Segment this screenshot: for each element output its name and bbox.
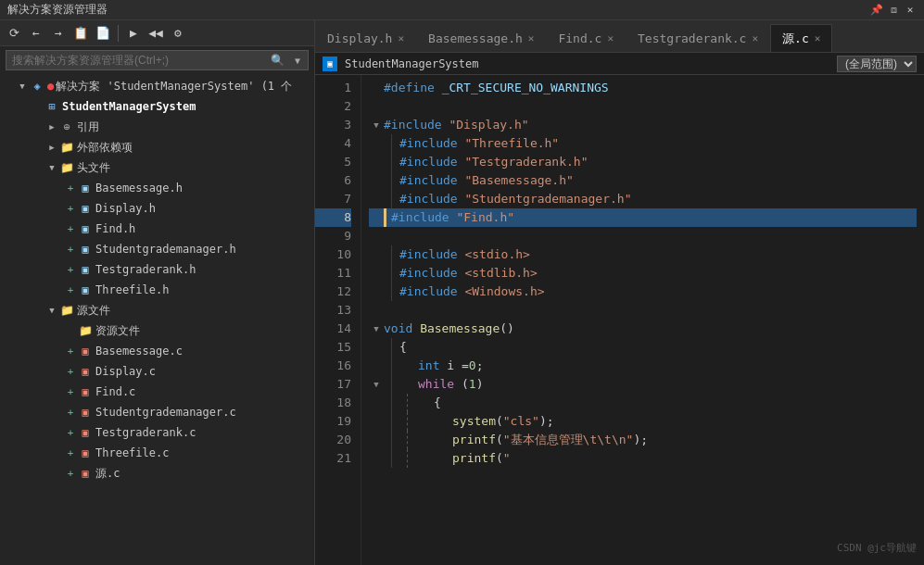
tree-item-display-h[interactable]: + ▣ Display.h: [0, 198, 314, 219]
code-line-13: [369, 301, 917, 320]
external-icon: 📁: [59, 140, 74, 155]
code-line-19: system("cls");: [369, 412, 917, 431]
editor-area: Display.h ✕ Basemessage.h ✕ Find.c ✕ Tes…: [315, 20, 924, 565]
tree-item-display-c[interactable]: + ▣ Display.c: [0, 361, 314, 382]
sgmh-label: Studentgrademanager.h: [95, 243, 236, 256]
tab-testgraderank-c[interactable]: Testgraderank.c ✕: [626, 24, 770, 52]
tab-main-c[interactable]: 源.c ✕: [770, 24, 832, 52]
tab-main-c-close[interactable]: ✕: [815, 32, 821, 44]
tab-display-h[interactable]: Display.h ✕: [315, 24, 416, 52]
th-label: Threefile.h: [95, 283, 169, 296]
code-line-7: #include "Studentgrademanager.h": [369, 190, 917, 208]
sidebar: ⟳ ← → 📋 📄 ▶ ◀◀ ⚙ 🔍 ▼ ▼ ◈ ● 解决方案 'Student…: [0, 20, 315, 565]
nav-scope-dropdown[interactable]: (全局范围): [837, 56, 917, 72]
tab-testgraderank-c-close[interactable]: ✕: [752, 32, 758, 44]
back-button[interactable]: ←: [26, 23, 46, 44]
code-line-14: ▼ void Basemessage(): [369, 320, 917, 338]
code-line-15: {: [369, 338, 917, 357]
headers-arrow: ▼: [44, 160, 59, 175]
fold-8: [369, 210, 384, 225]
close-title-button[interactable]: ✕: [904, 4, 917, 17]
solution-label: ●: [47, 80, 54, 93]
fold-16: [369, 358, 384, 373]
tree-item-refs[interactable]: ▶ ⊕ 引用: [0, 117, 314, 137]
project-label: StudentManagerSystem: [62, 100, 196, 113]
forward-button[interactable]: →: [48, 23, 69, 44]
run-button[interactable]: ▶: [123, 23, 144, 44]
external-label: 外部依赖项: [77, 140, 133, 156]
code-line-21: printf(": [369, 449, 917, 468]
headers-label: 头文件: [77, 160, 110, 176]
bh-arrow: +: [63, 181, 78, 195]
sgmc-icon: ▣: [78, 405, 93, 420]
tree-item-basemessage-h[interactable]: + ▣ Basemessage.h: [0, 178, 314, 198]
sync-button[interactable]: ⟳: [4, 23, 24, 44]
code-content[interactable]: #define _CRT_SECURE_NO_WARNINGS ▼ #inclu…: [361, 75, 924, 565]
th-arrow: +: [63, 282, 78, 297]
nav-button[interactable]: ◀◀: [146, 23, 166, 44]
file-button[interactable]: 📄: [93, 23, 113, 44]
tree-item-three-c[interactable]: + ▣ Threefile.c: [0, 443, 314, 463]
tree-item-tgr-h[interactable]: + ▣ Testgraderank.h: [0, 259, 314, 280]
fold-11: [369, 266, 384, 281]
fold-4: [369, 136, 384, 151]
tree-item-sources[interactable]: ▼ 📁 源文件: [0, 300, 314, 320]
tree-item-solution[interactable]: ▼ ◈ ● 解决方案 'StudentManagerSystem' (1 个: [0, 76, 314, 96]
tree-item-headers[interactable]: ▼ 📁 头文件: [0, 157, 314, 178]
tree-item-main-c[interactable]: + ▣ 源.c: [0, 463, 314, 483]
tab-find-c[interactable]: Find.c ✕: [546, 24, 626, 52]
tree-item-find-h[interactable]: + ▣ Find.h: [0, 219, 314, 239]
solution-label-text: 解决方案 'StudentManagerSystem' (1 个: [56, 79, 292, 94]
code-line-4: #include "Threefile.h": [369, 134, 917, 153]
settings-button[interactable]: ⚙: [168, 23, 188, 44]
fold-10: [369, 247, 384, 262]
code-line-8: #include "Find.h": [369, 208, 917, 227]
fh-icon: ▣: [78, 221, 93, 236]
fold-15: [369, 340, 384, 355]
code-line-6: #include "Basemessage.h": [369, 171, 917, 190]
tab-display-h-close[interactable]: ✕: [398, 32, 404, 44]
tree-item-sgm-c[interactable]: + ▣ Studentgrademanager.c: [0, 402, 314, 422]
tree-item-resources[interactable]: 📁 资源文件: [0, 320, 314, 341]
code-line-18: {: [369, 394, 917, 412]
code-line-9: [369, 227, 917, 245]
tab-find-c-close[interactable]: ✕: [607, 32, 614, 44]
sgmc-label: Studentgrademanager.c: [95, 406, 236, 419]
fold-14[interactable]: ▼: [369, 321, 384, 336]
tree-item-project[interactable]: ⊞ StudentManagerSystem: [0, 96, 314, 117]
dh-label: Display.h: [95, 202, 156, 215]
tree-item-basemessage-c[interactable]: + ▣ Basemessage.c: [0, 341, 314, 361]
dc-icon: ▣: [78, 364, 93, 379]
thc-arrow: +: [63, 446, 78, 460]
sources-arrow: ▼: [44, 303, 59, 318]
mc-arrow: +: [63, 466, 78, 481]
fold-1[interactable]: [369, 81, 384, 95]
tree-item-sgm-h[interactable]: + ▣ Studentgrademanager.h: [0, 239, 314, 259]
tab-basemessage-h[interactable]: Basemessage.h ✕: [416, 24, 546, 52]
dock-button[interactable]: ⧈: [887, 4, 900, 17]
code-line-1: #define _CRT_SECURE_NO_WARNINGS: [369, 79, 917, 97]
tree-item-three-h[interactable]: + ▣ Threefile.h: [0, 280, 314, 300]
copy-button[interactable]: 📋: [70, 23, 91, 44]
editor-nav-bar: ▣ StudentManagerSystem (全局范围): [315, 53, 924, 75]
fold-9: [369, 229, 384, 244]
search-input[interactable]: [6, 54, 267, 67]
mc-icon: ▣: [78, 466, 93, 481]
tab-testgraderank-c-label: Testgraderank.c: [638, 31, 746, 45]
sgmc-arrow: +: [63, 405, 78, 420]
tgrc-label: Testgraderank.c: [95, 426, 196, 439]
tgrc-icon: ▣: [78, 425, 93, 440]
pin-button[interactable]: 📌: [870, 4, 883, 17]
search-options-button[interactable]: ▼: [287, 50, 308, 70]
fold-17[interactable]: ▼: [369, 377, 384, 392]
tree-item-external[interactable]: ▶ 📁 外部依赖项: [0, 137, 314, 157]
solution-arrow: ▼: [15, 79, 30, 94]
fold-7: [369, 192, 384, 207]
tree-item-tgr-c[interactable]: + ▣ Testgraderank.c: [0, 422, 314, 443]
file-tree: ▼ ◈ ● 解决方案 'StudentManagerSystem' (1 个 ⊞…: [0, 74, 314, 565]
tab-basemessage-h-close[interactable]: ✕: [528, 32, 535, 44]
tree-item-find-c[interactable]: + ▣ Find.c: [0, 382, 314, 402]
dc-label: Display.c: [95, 365, 156, 378]
fold-3[interactable]: ▼: [369, 118, 384, 132]
bc-label: Basemessage.c: [95, 345, 183, 358]
